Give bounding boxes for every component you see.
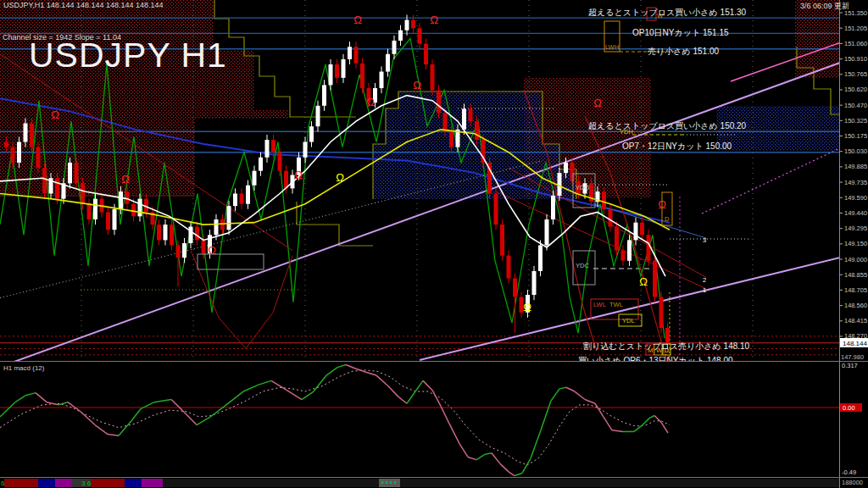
candle-body [309,126,314,141]
red-cloud [0,0,288,195]
candle-body [398,30,403,41]
candle-body [322,85,326,105]
macd-main-line [649,415,654,418]
macd-main-line [612,430,623,432]
omega-marker-red: Ω [366,96,375,108]
candle-body [202,240,206,253]
candle-body [176,246,181,258]
pivot-label: 1 [703,286,706,294]
omega-marker-red: Ω [430,14,438,26]
candle-body [164,225,168,240]
axis-label: 149.295 [844,225,867,232]
session-strip: 63 6 [0,478,839,488]
omega-marker-yellow: Ω [336,171,344,184]
candle-body [621,251,626,261]
price-axis[interactable]: 151.350151.205151.060150.910150.765150.6… [839,0,868,488]
macd-zero-value: 0.00 [843,404,855,412]
axis-label: 149.000 [844,256,867,263]
candle-body [11,147,15,163]
pivot-label: YDL [622,317,635,324]
macd-main-line [131,409,141,421]
session-segment [4,479,38,487]
current-price-value: 148.144 [843,340,867,347]
candle-body [4,142,8,147]
main-chart-pane[interactable]: ΩΩΩΩΩΩΩΩΩΩΩΩΩLWHWYDHYDOYDCLWLTWLYDLDMWD3… [0,0,868,367]
candle-body [609,209,613,227]
session-segment [163,479,379,487]
candle-body [259,158,263,171]
macd-main-line [468,457,476,459]
candle-body [55,178,59,198]
macd-main-line [432,390,441,406]
session-segment [38,479,55,487]
macd-main-line [531,430,541,458]
candle-body [405,20,409,30]
axis-label: 148.705 [844,286,867,294]
candle-body [42,168,47,194]
macd-main-line [551,389,559,401]
macd-main-line [302,391,314,399]
candle-body [131,204,136,217]
omega-marker-red: Ω [413,79,421,92]
session-segment [91,479,125,487]
candle-body [189,227,193,244]
candle-body [475,121,479,140]
macd-main-line [643,419,649,425]
axis-label: 149.885 [844,163,867,170]
macd-main-line [25,393,36,396]
session-segment [400,479,839,487]
annotation-text: 超えるとストップロス買い小さめ 150.20 [588,121,747,130]
session-segment [142,479,163,487]
candle-body [380,72,384,89]
pivot-label: YDC [576,262,589,269]
candle-body [271,140,275,152]
macd-main-line [515,473,522,475]
axis-label: 148.560 [844,302,867,309]
candle-body [449,131,453,147]
candle-body [329,64,333,85]
candle-body [233,194,237,207]
axis-label: 148.855 [844,271,867,279]
macd-pane[interactable] [0,364,839,475]
macd-main-line [47,402,58,405]
candle-body [431,64,435,91]
candle-body [138,199,142,217]
axis-label: 150.910 [844,55,867,63]
macd-main-line [154,400,171,402]
candle-body [30,124,34,147]
candle-body [532,271,537,295]
candle-body [469,108,473,121]
candle-body [195,227,199,241]
candle-body [240,194,244,204]
annotation-text: OP7・12日NYカット 150.00 [622,141,732,151]
macd-scale-min: -0.49 [842,469,856,476]
pivot-label: TWL [609,301,623,308]
omega-marker-red: Ω [294,169,303,181]
macd-main-line [500,463,509,471]
chart-area[interactable]: ΩΩΩΩΩΩΩΩΩΩΩΩΩLWHWYDHYDOYDCLWLTWLYDLDMWD3… [0,0,868,488]
candle-body [348,47,352,59]
candle-body [627,240,632,260]
candle-body [170,225,174,245]
chart-min-label: 147.980 [841,353,864,361]
axis-label: 148.415 [844,317,867,324]
annotation-text: 超えるとストップロス買い小さめ 151.30 [588,8,747,17]
candle-body [303,142,308,158]
macd-signal-line [0,370,670,465]
macd-main-line [171,400,182,411]
candle-body [570,163,575,181]
annotation-text: 買い小さめ OP6・13日NYカット 148.00 [578,356,733,365]
axis-label: 151.350 [844,9,867,17]
macd-main-line [459,444,468,458]
candle-body [507,256,511,279]
axis-label: 151.205 [844,25,867,32]
candle-body [602,191,606,209]
macd-main-line [108,435,119,436]
candle-body [354,47,359,64]
omega-marker-red: Ω [593,97,602,109]
macd-main-line [0,402,15,417]
macd-main-line [68,402,81,412]
omega-marker-yellow: Ω [523,301,531,313]
candle-body [640,223,644,236]
axis-label: 151.060 [844,40,867,47]
